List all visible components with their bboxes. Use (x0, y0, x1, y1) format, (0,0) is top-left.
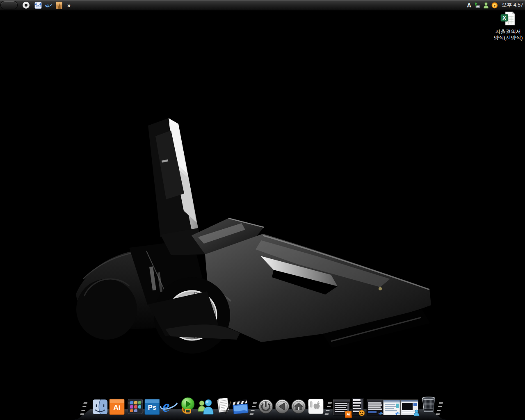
dock-trash-icon[interactable] (419, 396, 438, 416)
svg-text:e: e (396, 410, 399, 416)
ime-indicator[interactable]: A (466, 2, 472, 9)
dock-internet-explorer-icon[interactable]: e (160, 398, 178, 417)
desktop-icon-label-line2: 양식(신양식) (491, 35, 525, 41)
dock: Ai Ps e (0, 395, 525, 420)
illustrator-badge: Ai (345, 411, 352, 418)
menubar: e » A (0, 0, 525, 11)
dock-window-chat[interactable] (400, 399, 418, 417)
internet-explorer-icon[interactable]: e (45, 2, 52, 9)
desktop-icon-excel-document[interactable]: X 지출결의서 양식(신양식) (491, 11, 525, 41)
safely-remove-hardware-icon[interactable] (474, 2, 481, 9)
dock-window-ie-light[interactable]: e (383, 399, 400, 417)
svg-text:e: e (162, 398, 170, 415)
start-pill[interactable] (0, 1, 18, 9)
svg-text:X: X (502, 15, 506, 21)
lamborghini-car-image (68, 112, 437, 366)
msn-status-person-icon[interactable] (483, 2, 489, 9)
ring-launcher-icon[interactable] (23, 2, 30, 9)
dock-apple-icon[interactable] (308, 398, 324, 416)
dock-photoshop-icon[interactable]: Ps (144, 399, 160, 417)
outlook-express-icon[interactable] (34, 2, 42, 9)
dock-office-media-icon[interactable] (178, 397, 197, 417)
dock-illustrator-icon[interactable]: Ai (109, 399, 125, 417)
desktop-icon-label-line1: 지출결의서 (491, 29, 525, 35)
dock-finder-icon[interactable] (92, 399, 108, 417)
dock-movie-maker-icon[interactable] (231, 398, 250, 417)
svg-text:e: e (46, 2, 49, 9)
excel-file-icon: X (500, 11, 516, 26)
orange-smiley-icon[interactable] (491, 2, 498, 9)
dock-msn-messenger-icon[interactable] (197, 398, 215, 417)
picture-icon[interactable] (56, 2, 63, 9)
buddy-list-badge (358, 410, 365, 418)
dock-window-illustrator[interactable]: Ai (333, 399, 350, 417)
svg-text:e: e (379, 410, 382, 416)
dock-window-ie-dark[interactable]: e (367, 399, 384, 417)
dock-window-buddy-list[interactable] (352, 398, 363, 417)
dock-text-editor-icon[interactable] (216, 398, 233, 417)
toolbar-overflow-chevron[interactable]: » (67, 2, 70, 9)
dock-power-button[interactable] (258, 399, 274, 416)
dock-applications-drawer-icon[interactable] (127, 398, 144, 417)
dock-home-button[interactable] (291, 399, 306, 416)
tray-clock[interactable]: 오후 4:57 (500, 2, 523, 9)
desktop-wallpaper (0, 0, 525, 420)
dock-back-button[interactable] (274, 399, 290, 416)
